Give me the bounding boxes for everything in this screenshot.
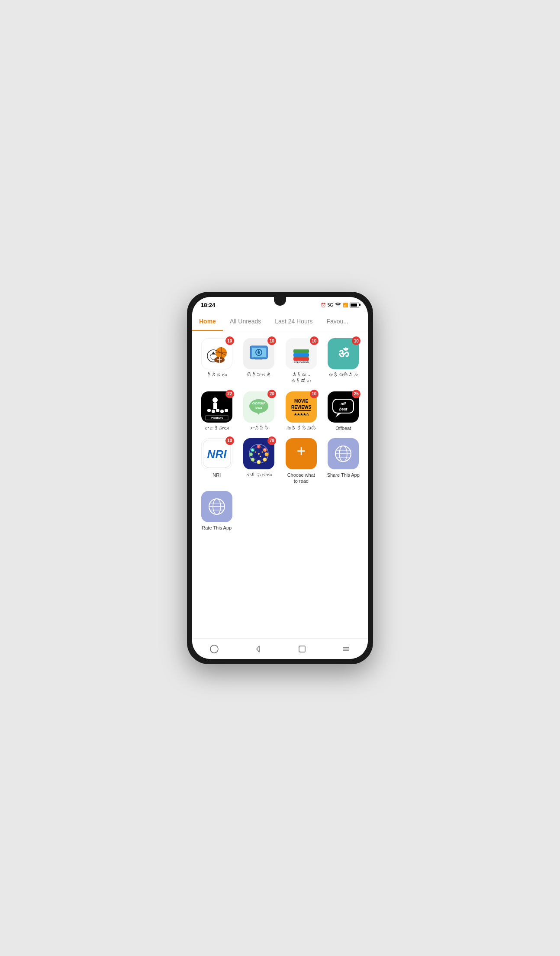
svg-text:EDUCATION: EDUCATION xyxy=(293,361,309,364)
svg-rect-12 xyxy=(293,353,309,357)
nav-back[interactable] xyxy=(252,643,264,655)
tab-home[interactable]: Home xyxy=(192,313,223,331)
grid-row-3: 10 NRI NRI 78 xyxy=(197,438,363,484)
svg-text:REVIEWS: REVIEWS xyxy=(291,405,311,410)
svg-rect-13 xyxy=(293,349,309,353)
signal-icon: 5G xyxy=(328,303,333,307)
app-spiritual-wrapper: 10 ॐ xyxy=(328,338,359,369)
svg-rect-77 xyxy=(299,646,305,652)
svg-text:GOSSIP: GOSSIP xyxy=(252,401,266,405)
app-movies[interactable]: 10 MOVIE REVIEWS ★★★★☆ మూవీ రివ్యూస్ xyxy=(282,391,321,431)
svg-point-57 xyxy=(258,453,260,455)
app-offbeat[interactable]: 25 off beat Offbeat xyxy=(324,391,363,431)
badge-gossip: 20 xyxy=(267,390,276,398)
svg-rect-19 xyxy=(213,403,217,409)
icon-rate xyxy=(201,491,232,522)
label-offbeat: Offbeat xyxy=(335,425,351,431)
grid-row-4: Rate This App xyxy=(197,491,363,531)
screen-content: 10 xyxy=(192,331,368,638)
phone-frame: 18:24 ⏰ 5G 📶 Home All Unreads Last 24 Ho… xyxy=(187,292,373,664)
app-nri[interactable]: 10 NRI NRI xyxy=(197,438,236,484)
app-gossip[interactable]: 20 GOSSIP buzz గాసిప్స్ xyxy=(240,391,279,431)
svg-text:♏: ♏ xyxy=(251,448,255,452)
tabs-bar: Home All Unreads Last 24 Hours Favou... xyxy=(192,313,368,331)
empty-cell-2 xyxy=(282,491,321,531)
battery-icon xyxy=(350,303,359,307)
status-icons: ⏰ 5G 📶 xyxy=(321,302,359,307)
label-sports: క్రీడలు xyxy=(207,372,227,378)
label-tech: టెక్నాలజీ xyxy=(247,372,271,378)
svg-text:buzz: buzz xyxy=(255,406,262,409)
svg-text:ॐ: ॐ xyxy=(338,346,349,360)
nav-menu[interactable] xyxy=(340,643,352,655)
label-choose: Choose what to read xyxy=(285,472,318,484)
nav-circle[interactable] xyxy=(208,643,220,655)
status-bar: 18:24 ⏰ 5G 📶 xyxy=(192,297,368,313)
app-education[interactable]: 10 EDUCATION విద్య - ఉ xyxy=(282,338,321,384)
label-edu: విద్య - ఉద్యోగం xyxy=(285,372,318,384)
badge-politics: 22 xyxy=(225,390,234,398)
svg-point-59 xyxy=(262,451,263,452)
svg-marker-76 xyxy=(257,646,259,652)
nav-home[interactable] xyxy=(296,643,308,655)
app-offbeat-wrapper: 25 off beat xyxy=(328,391,359,423)
svg-point-24 xyxy=(216,409,219,412)
empty-cell-3 xyxy=(324,491,363,531)
app-rashi-wrapper: 78 ♈ ♉ ♊ ♋ xyxy=(243,438,274,469)
label-rate: Rate This App xyxy=(202,525,232,531)
app-choose[interactable]: + Choose what to read xyxy=(282,438,321,484)
call-icon: 📶 xyxy=(343,303,348,307)
svg-point-58 xyxy=(255,451,256,452)
badge-sports: 10 xyxy=(225,336,234,345)
label-share: Share This App xyxy=(327,472,360,478)
svg-point-75 xyxy=(210,645,218,653)
grid-row-1: 10 xyxy=(197,338,363,384)
label-spiritual: ఆధ్యాత్మికం xyxy=(329,372,358,378)
badge-spiritual: 10 xyxy=(352,336,360,345)
status-time: 18:24 xyxy=(201,302,215,308)
svg-text:Politics: Politics xyxy=(211,416,223,420)
label-gossip: గాసిప్స్ xyxy=(249,425,269,431)
app-share-wrapper xyxy=(328,438,359,469)
empty-cell-1 xyxy=(240,491,279,531)
svg-point-25 xyxy=(220,410,224,413)
alarm-icon: ⏰ xyxy=(321,303,326,307)
label-rashi: రాశి ఫలాలు xyxy=(246,472,272,478)
badge-edu: 10 xyxy=(310,336,319,345)
svg-text:★★★★☆: ★★★★☆ xyxy=(293,413,309,417)
nav-bar xyxy=(192,638,368,659)
tab-favourites[interactable]: Favou... xyxy=(319,313,355,331)
tab-all-unreads[interactable]: All Unreads xyxy=(223,313,268,331)
app-share[interactable]: Share This App xyxy=(324,438,363,484)
app-politics-wrapper: 22 xyxy=(201,391,232,423)
svg-point-26 xyxy=(225,409,228,412)
svg-rect-11 xyxy=(293,357,309,361)
svg-text:♉: ♉ xyxy=(263,448,267,452)
svg-text:♈: ♈ xyxy=(257,444,261,449)
app-sports[interactable]: 10 xyxy=(197,338,236,384)
icon-share xyxy=(328,438,359,469)
app-nri-wrapper: 10 NRI xyxy=(201,438,232,469)
icon-choose: + xyxy=(286,438,317,469)
app-rashi[interactable]: 78 ♈ ♉ ♊ ♋ xyxy=(240,438,279,484)
app-edu-wrapper: 10 EDUCATION xyxy=(286,338,317,369)
wifi-icon xyxy=(335,302,341,307)
svg-text:♎: ♎ xyxy=(249,452,253,456)
app-politics[interactable]: 22 xyxy=(197,391,236,431)
tab-last-24[interactable]: Last 24 Hours xyxy=(268,313,319,331)
notch xyxy=(274,297,286,306)
app-technology[interactable]: 10 xyxy=(240,338,279,384)
badge-offbeat: 25 xyxy=(352,390,360,398)
app-spiritual[interactable]: 10 ॐ ఆధ్యాత్మికం xyxy=(324,338,363,384)
app-rate[interactable]: Rate This App xyxy=(197,491,236,531)
svg-point-23 xyxy=(212,410,215,413)
badge-rashi: 78 xyxy=(267,436,276,445)
svg-text:♊: ♊ xyxy=(264,452,269,456)
app-choose-wrapper: + xyxy=(286,438,317,469)
badge-tech: 10 xyxy=(267,336,276,345)
app-sports-wrapper: 10 xyxy=(201,338,232,369)
phone-inner: 18:24 ⏰ 5G 📶 Home All Unreads Last 24 Ho… xyxy=(192,297,368,659)
svg-text:♌: ♌ xyxy=(257,460,261,464)
label-nri: NRI xyxy=(212,472,221,478)
svg-text:beat: beat xyxy=(339,407,348,411)
